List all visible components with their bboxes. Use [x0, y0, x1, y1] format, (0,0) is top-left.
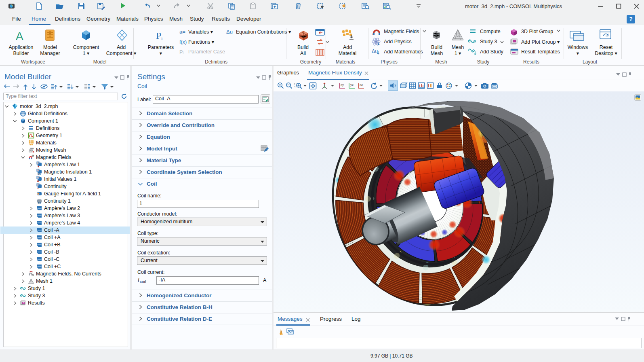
svg-text:yz: yz — [350, 83, 354, 87]
svg-text:DC: DC — [38, 202, 41, 204]
svg-text:DC: DC — [38, 173, 41, 175]
svg-text:a=: a= — [179, 29, 185, 35]
svg-text:A: A — [16, 30, 23, 42]
svg-text:D: D — [37, 162, 39, 164]
svg-text:f(x): f(x) — [179, 39, 187, 45]
svg-text:P: P — [156, 30, 161, 41]
svg-text:D: D — [37, 176, 39, 179]
svg-text:Δu: Δu — [372, 49, 378, 54]
svg-text:D: D — [37, 184, 39, 186]
svg-text:Pᵢ: Pᵢ — [179, 49, 183, 55]
svg-text:D: D — [37, 169, 39, 171]
svg-text:Δu: Δu — [226, 29, 233, 35]
svg-text:+: + — [372, 32, 374, 36]
svg-text:xy: xy — [341, 83, 344, 87]
svg-text:i: i — [161, 35, 163, 41]
svg-text:xz: xz — [360, 83, 363, 87]
